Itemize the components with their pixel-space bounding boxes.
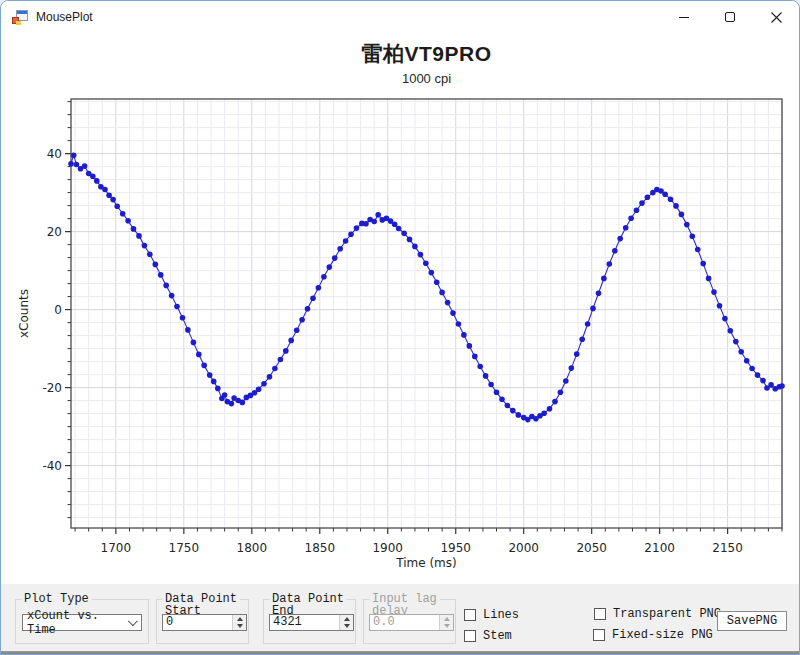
plot-canvas: 1700175018001850190019502000205021002150… — [1, 33, 800, 584]
svg-text:xCounts: xCounts — [17, 289, 31, 338]
svg-text:2000: 2000 — [508, 541, 539, 555]
window-bottom-edge — [1, 651, 800, 655]
input-lag-input: 0.0 — [369, 614, 454, 631]
svg-text:1900: 1900 — [372, 541, 403, 555]
checkbox-icon — [593, 629, 605, 641]
data-point-start-input[interactable]: 0 — [162, 614, 247, 631]
svg-text:1700: 1700 — [101, 541, 132, 555]
maximize-icon — [725, 12, 735, 22]
svg-text:1800: 1800 — [237, 541, 268, 555]
checkbox-icon — [464, 609, 476, 621]
svg-text:0: 0 — [54, 303, 62, 317]
minimize-icon — [679, 17, 689, 18]
stem-checkbox-label: Stem — [483, 629, 512, 643]
checkbox-icon — [464, 630, 476, 642]
spin-down-button[interactable] — [233, 623, 246, 631]
chart-subtitle: 1000 cpi — [71, 71, 782, 86]
data-point-end-input[interactable]: 4321 — [269, 614, 354, 631]
data-point-end-group: Data Point End 4321 — [263, 599, 356, 644]
plot-type-group: Plot Type xCount vs. Time — [15, 599, 149, 644]
checkbox-icon — [594, 608, 606, 620]
close-button[interactable] — [753, 1, 799, 33]
svg-text:2100: 2100 — [644, 541, 675, 555]
app-window: MousePlot 雷柏VT9PRO 1000 cpi 170017501800… — [0, 0, 800, 655]
svg-text:-40: -40 — [42, 459, 62, 473]
plot-type-value: xCount vs. Time — [27, 609, 128, 637]
svg-text:-20: -20 — [42, 381, 62, 395]
fixed-size-png-checkbox[interactable]: Fixed-size PNG — [593, 628, 713, 642]
plot-figure: 雷柏VT9PRO 1000 cpi 1700175018001850190019… — [1, 33, 800, 584]
maximize-button[interactable] — [707, 1, 753, 33]
spin-down-button[interactable] — [340, 623, 353, 631]
svg-text:1950: 1950 — [440, 541, 471, 555]
close-icon — [771, 12, 782, 23]
spin-up-button[interactable] — [340, 615, 353, 623]
plot-type-combobox[interactable]: xCount vs. Time — [22, 614, 142, 631]
transparent-png-checkbox-label: Transparent PNG — [613, 607, 721, 621]
arrow-up-icon — [237, 617, 243, 621]
data-point-start-group: Data Point Start 0 — [156, 599, 249, 644]
svg-text:Time (ms): Time (ms) — [395, 556, 457, 570]
lines-checkbox-label: Lines — [483, 608, 519, 622]
arrow-up-icon — [344, 617, 350, 621]
stem-checkbox[interactable]: Stem — [464, 629, 512, 643]
svg-text:1750: 1750 — [169, 541, 200, 555]
spin-up-button — [440, 615, 453, 623]
input-lag-group: Input lag delay 0.0 — [363, 599, 456, 644]
arrow-down-icon — [444, 624, 450, 628]
app-icon — [12, 9, 28, 25]
svg-text:20: 20 — [47, 225, 62, 239]
input-lag-value: 0.0 — [370, 615, 439, 630]
plot-type-label: Plot Type — [21, 592, 92, 606]
svg-text:1850: 1850 — [305, 541, 336, 555]
window-title: MousePlot — [36, 10, 93, 24]
chart-title: 雷柏VT9PRO — [71, 40, 782, 68]
data-point-end-label2: End — [272, 604, 294, 614]
spin-up-button[interactable] — [233, 615, 246, 623]
minimize-button[interactable] — [661, 1, 707, 33]
arrow-down-icon — [237, 624, 243, 628]
titlebar: MousePlot — [1, 1, 799, 33]
arrow-down-icon — [344, 624, 350, 628]
input-lag-label2: delay — [372, 604, 408, 614]
data-point-end-value: 4321 — [270, 615, 339, 630]
chevron-down-icon — [128, 616, 138, 626]
data-point-start-label2: Start — [165, 604, 201, 614]
svg-text:2150: 2150 — [712, 541, 743, 555]
transparent-png-checkbox[interactable]: Transparent PNG — [594, 607, 721, 621]
spin-down-button — [440, 623, 453, 631]
lines-checkbox[interactable]: Lines — [464, 608, 519, 622]
data-point-start-value: 0 — [163, 615, 232, 630]
arrow-up-icon — [444, 617, 450, 621]
fixed-size-png-checkbox-label: Fixed-size PNG — [612, 628, 713, 642]
svg-text:40: 40 — [47, 147, 62, 161]
save-png-button[interactable]: SavePNG — [717, 611, 787, 631]
control-panel: Plot Type xCount vs. Time Data Point Sta… — [1, 584, 800, 651]
svg-text:2050: 2050 — [576, 541, 607, 555]
